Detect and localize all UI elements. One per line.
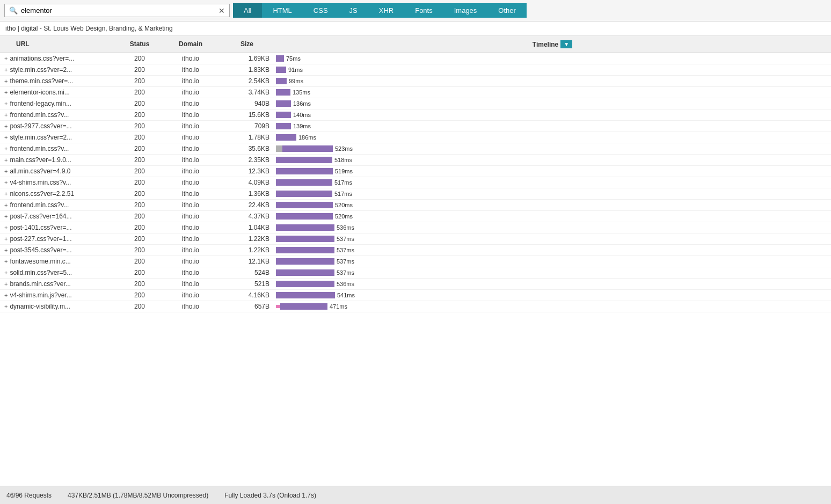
tab-html[interactable]: HTML (262, 3, 302, 18)
table-row[interactable]: + v4-shims.min.js?ver... 200 itho.io 4.1… (0, 290, 831, 301)
tab-css[interactable]: CSS (303, 3, 339, 18)
table-row[interactable]: + frontend.min.css?v... 200 itho.io 15.6… (0, 109, 831, 121)
cell-url: + fontawesome.min.c... (0, 256, 118, 267)
col-domain: Domain (161, 38, 220, 50)
cell-size: 1.69KB (220, 53, 274, 64)
tab-images[interactable]: Images (443, 3, 488, 18)
table-row[interactable]: + post-2977.css?ver=... 200 itho.io 709B… (0, 121, 831, 132)
table-row[interactable]: + theme.min.css?ver=... 200 itho.io 2.54… (0, 76, 831, 87)
expand-icon[interactable]: + (4, 258, 8, 265)
cell-domain: itho.io (161, 53, 220, 64)
search-input[interactable] (21, 6, 215, 14)
cell-timeline: 140ms (274, 110, 831, 120)
cell-url: + frontend-legacy.min... (0, 98, 118, 109)
tab-other[interactable]: Other (487, 3, 527, 18)
cell-domain: itho.io (161, 109, 220, 120)
table-row[interactable]: + post-227.css?ver=1... 200 itho.io 1.22… (0, 233, 831, 245)
cell-size: 4.37KB (220, 211, 274, 222)
table-row[interactable]: + dynamic-visibility.m... 200 itho.io 65… (0, 301, 831, 312)
table-row[interactable]: + style.min.css?ver=2... 200 itho.io 1.7… (0, 132, 831, 143)
cell-size: 709B (220, 121, 274, 132)
table-row[interactable]: + fontawesome.min.c... 200 itho.io 12.1K… (0, 256, 831, 267)
cell-domain: itho.io (161, 301, 220, 312)
table-row[interactable]: + main.css?ver=1.9.0... 200 itho.io 2.35… (0, 155, 831, 166)
expand-icon[interactable]: + (4, 157, 8, 163)
table-row[interactable]: + frontend.min.css?v... 200 itho.io 35.6… (0, 143, 831, 155)
expand-icon[interactable]: + (4, 112, 8, 118)
cell-status: 200 (118, 188, 161, 199)
cell-domain: itho.io (161, 76, 220, 86)
cell-domain: itho.io (161, 155, 220, 165)
cell-status: 200 (118, 64, 161, 75)
expand-icon[interactable]: + (4, 292, 8, 298)
table-row[interactable]: + animations.css?ver=... 200 itho.io 1.6… (0, 53, 831, 64)
cell-url: + style.min.css?ver=2... (0, 64, 118, 75)
expand-icon[interactable]: + (4, 303, 8, 310)
cell-url: + dynamic-visibility.m... (0, 301, 118, 312)
cell-timeline: 541ms (274, 290, 831, 300)
expand-icon[interactable]: + (4, 236, 8, 242)
cell-status: 200 (118, 279, 161, 289)
expand-icon[interactable]: + (4, 123, 8, 129)
cell-url: + main.css?ver=1.9.0... (0, 155, 118, 165)
table-row[interactable]: + all.min.css?ver=4.9.0 200 itho.io 12.3… (0, 166, 831, 177)
cell-size: 521B (220, 279, 274, 289)
tab-fonts[interactable]: Fonts (404, 3, 443, 18)
expand-icon[interactable]: + (4, 55, 8, 62)
cell-status: 200 (118, 143, 161, 154)
cell-status: 200 (118, 87, 161, 98)
cell-url: + frontend.min.css?v... (0, 143, 118, 154)
table-row[interactable]: + v4-shims.min.css?v... 200 itho.io 4.09… (0, 177, 831, 188)
cell-status: 200 (118, 301, 161, 312)
table-row[interactable]: + elementor-icons.mi... 200 itho.io 3.74… (0, 87, 831, 98)
expand-icon[interactable]: + (4, 224, 8, 231)
table-row[interactable]: + style.min.css?ver=2... 200 itho.io 1.8… (0, 64, 831, 76)
timeline-dropdown[interactable]: ▼ (560, 40, 572, 48)
cell-domain: itho.io (161, 121, 220, 132)
expand-icon[interactable]: + (4, 168, 8, 174)
cell-url: + frontend.min.css?v... (0, 200, 118, 210)
expand-icon[interactable]: + (4, 191, 8, 197)
table-row[interactable]: + frontend-legacy.min... 200 itho.io 940… (0, 98, 831, 109)
tab-xhr[interactable]: XHR (368, 3, 404, 18)
cell-domain: itho.io (161, 222, 220, 233)
size-info: 437KB/2.51MB (1.78MB/8.52MB Uncompressed… (68, 492, 208, 499)
expand-icon[interactable]: + (4, 67, 8, 73)
cell-url: + post-7.css?ver=164... (0, 211, 118, 222)
cell-domain: itho.io (161, 177, 220, 188)
expand-icon[interactable]: + (4, 89, 8, 96)
tab-all[interactable]: All (233, 3, 262, 18)
expand-icon[interactable]: + (4, 100, 8, 107)
expand-icon[interactable]: + (4, 281, 8, 287)
expand-icon[interactable]: + (4, 202, 8, 208)
expand-icon[interactable]: + (4, 247, 8, 253)
table-row[interactable]: + post-7.css?ver=164... 200 itho.io 4.37… (0, 211, 831, 222)
cell-url: + post-2977.css?ver=... (0, 121, 118, 132)
cell-domain: itho.io (161, 166, 220, 177)
expand-icon[interactable]: + (4, 78, 8, 84)
cell-domain: itho.io (161, 87, 220, 98)
expand-icon[interactable]: + (4, 134, 8, 141)
table-row[interactable]: + nicons.css?ver=2.2.51 200 itho.io 1.36… (0, 188, 831, 200)
table-row[interactable]: + post-1401.css?ver=... 200 itho.io 1.04… (0, 222, 831, 233)
search-wrapper: 🔍 ✕ (4, 4, 230, 17)
search-icon: 🔍 (9, 6, 18, 14)
expand-icon[interactable]: + (4, 179, 8, 186)
clear-button[interactable]: ✕ (218, 7, 225, 14)
expand-icon[interactable]: + (4, 213, 8, 220)
cell-size: 1.22KB (220, 245, 274, 255)
cell-timeline: 75ms (274, 54, 831, 63)
cell-size: 4.16KB (220, 290, 274, 301)
cell-size: 3.74KB (220, 87, 274, 98)
expand-icon[interactable]: + (4, 145, 8, 152)
expand-icon[interactable]: + (4, 269, 8, 276)
table-row[interactable]: + post-3545.css?ver=... 200 itho.io 1.22… (0, 245, 831, 256)
cell-timeline: 520ms (274, 200, 831, 210)
table-row[interactable]: + brands.min.css?ver... 200 itho.io 521B… (0, 279, 831, 290)
cell-url: + post-1401.css?ver=... (0, 222, 118, 233)
table-row[interactable]: + frontend.min.css?v... 200 itho.io 22.4… (0, 200, 831, 211)
cell-url: + v4-shims.min.js?ver... (0, 290, 118, 301)
tab-js[interactable]: JS (339, 3, 368, 18)
cell-status: 200 (118, 109, 161, 120)
table-row[interactable]: + solid.min.css?ver=5... 200 itho.io 524… (0, 267, 831, 279)
